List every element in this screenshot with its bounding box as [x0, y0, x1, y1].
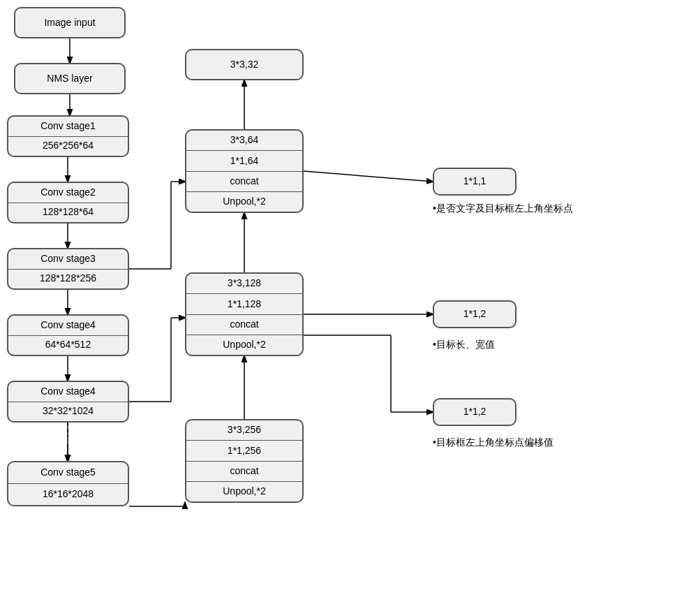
conv3-line1: Conv stage3: [8, 249, 128, 270]
conv5-node: Conv stage5 16*16*2048: [7, 461, 129, 506]
block-lower-row2: 1*1,128: [186, 294, 302, 314]
conv3-line2: 128*128*256: [8, 270, 128, 289]
conv1-line2: 256*256*64: [8, 137, 128, 156]
block-mid-row4: Unpool,*2: [186, 192, 302, 212]
conv3-node: Conv stage3 128*128*256: [7, 248, 129, 290]
block-bottom-row2: 1*1,256: [186, 441, 302, 461]
block-bottom-row4: Unpool,*2: [186, 482, 302, 501]
conv4b-node: Conv stage4 32*32*1024: [7, 381, 129, 423]
conv4a-line2: 64*64*512: [8, 336, 128, 355]
image-input-label: Image input: [44, 16, 95, 30]
out3-node: 1*1,2: [433, 398, 517, 426]
conv4a-node: Conv stage4 64*64*512: [7, 314, 129, 356]
desc1-label: •是否文字及目标框左上角坐标点: [433, 203, 573, 215]
block-mid-row3: concat: [186, 172, 302, 192]
block-bottom-node: 3*3,256 1*1,256 concat Unpool,*2: [185, 419, 304, 503]
conv1-line1: Conv stage1: [8, 117, 128, 137]
out1-label: 1*1,1: [434, 169, 515, 194]
conv5-line1: Conv stage5: [8, 462, 128, 484]
out1-node: 1*1,1: [433, 168, 517, 196]
out2-label: 1*1,2: [434, 302, 515, 327]
svg-line-18: [304, 171, 433, 182]
conv4b-line1: Conv stage4: [8, 382, 128, 402]
conv4b-line2: 32*32*1024: [8, 402, 128, 422]
out2-node: 1*1,2: [433, 300, 517, 328]
block-bottom-row3: concat: [186, 462, 302, 482]
diagram: Image input NMS layer Conv stage1 256*25…: [0, 0, 698, 616]
block-mid-node: 3*3,64 1*1,64 concat Unpool,*2: [185, 129, 304, 213]
conv5-line2: 16*16*2048: [8, 484, 128, 505]
desc2-label: •目标长、宽值: [433, 339, 495, 351]
conv2-node: Conv stage2 128*128*64: [7, 182, 129, 223]
desc3-label: •目标框左上角坐标点偏移值: [433, 437, 554, 449]
block-bottom-row1: 3*3,256: [186, 420, 302, 441]
block-top-row1: 3*3,32: [186, 50, 302, 79]
block-lower-node: 3*3,128 1*1,128 concat Unpool,*2: [185, 272, 304, 356]
conv1-node: Conv stage1 256*256*64: [7, 115, 129, 157]
block-mid-row1: 3*3,64: [186, 131, 302, 151]
conv4a-line1: Conv stage4: [8, 316, 128, 336]
conv2-line1: Conv stage2: [8, 183, 128, 203]
nms-layer-node: NMS layer: [14, 63, 126, 94]
block-mid-row2: 1*1,64: [186, 151, 302, 171]
block-top-node: 3*3,32: [185, 49, 304, 80]
block-lower-row3: concat: [186, 315, 302, 335]
conv2-line2: 128*128*64: [8, 203, 128, 223]
block-lower-row4: Unpool,*2: [186, 335, 302, 355]
out3-label: 1*1,2: [434, 399, 515, 425]
image-input-node: Image input: [14, 7, 126, 38]
block-lower-row1: 3*3,128: [186, 274, 302, 294]
nms-layer-label: NMS layer: [47, 72, 92, 86]
